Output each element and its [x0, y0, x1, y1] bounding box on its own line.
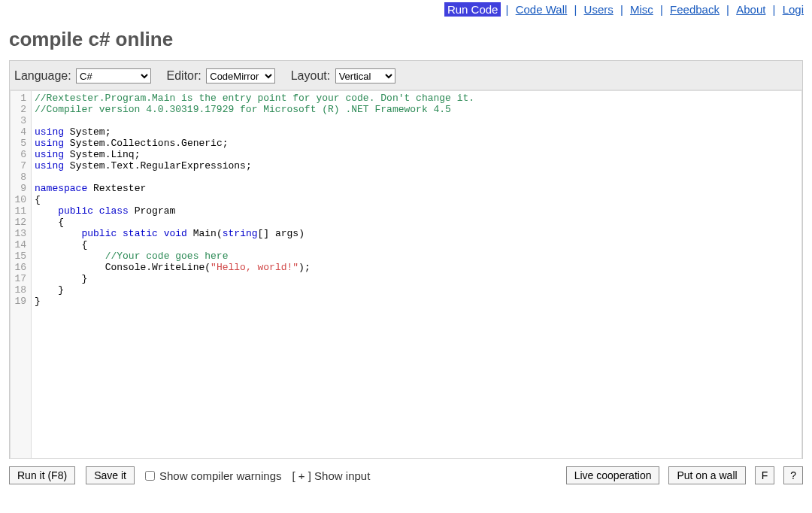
- page-title: compile c# online: [0, 17, 812, 60]
- save-button[interactable]: Save it: [86, 466, 135, 484]
- editor-label: Editor:: [167, 69, 201, 82]
- show-warnings-checkbox[interactable]: Show compiler warnings: [145, 469, 282, 482]
- layout-select[interactable]: Vertical: [335, 68, 395, 83]
- nav-about[interactable]: About: [734, 3, 768, 16]
- nav-separator: |: [659, 3, 665, 16]
- top-nav: Run Code | Code Wall | Users | Misc | Fe…: [0, 0, 812, 17]
- top-toolbar: Language: C# Editor: CodeMirror Layout: …: [10, 61, 802, 90]
- show-warnings-label: Show compiler warnings: [159, 469, 282, 482]
- language-label: Language:: [14, 69, 71, 82]
- put-on-wall-button[interactable]: Put on a wall: [668, 466, 745, 484]
- line-gutter: 12345678910111213141516171819: [11, 91, 32, 458]
- nav-code-wall[interactable]: Code Wall: [514, 3, 570, 16]
- nav-users[interactable]: Users: [582, 3, 616, 16]
- show-input-toggle[interactable]: [ + ] Show input: [292, 469, 371, 482]
- bottom-bar: Run it (F8) Save it Show compiler warnin…: [9, 463, 803, 487]
- help-button[interactable]: ?: [783, 466, 803, 484]
- layout-label: Layout:: [291, 69, 330, 82]
- code-editor[interactable]: 12345678910111213141516171819 //Rexteste…: [10, 90, 802, 459]
- nav-run-code[interactable]: Run Code: [444, 2, 501, 17]
- editor-wrap: 12345678910111213141516171819 //Rexteste…: [10, 90, 802, 459]
- fullscreen-button[interactable]: F: [755, 466, 775, 484]
- nav-separator: |: [725, 3, 731, 16]
- nav-feedback[interactable]: Feedback: [668, 3, 722, 16]
- nav-separator: |: [771, 3, 777, 16]
- nav-login[interactable]: Logi: [780, 3, 806, 16]
- nav-misc[interactable]: Misc: [628, 3, 656, 16]
- run-button[interactable]: Run it (F8): [9, 466, 75, 484]
- show-warnings-input[interactable]: [145, 471, 155, 481]
- nav-separator: |: [619, 3, 625, 16]
- nav-separator: |: [504, 3, 511, 16]
- live-cooperation-button[interactable]: Live cooperation: [566, 466, 660, 484]
- code-content[interactable]: //Rextester.Program.Main is the entry po…: [32, 91, 474, 458]
- main-block: Language: C# Editor: CodeMirror Layout: …: [9, 60, 803, 459]
- nav-separator: |: [572, 3, 578, 16]
- language-select[interactable]: C#: [76, 68, 151, 83]
- editor-select[interactable]: CodeMirror: [206, 68, 275, 83]
